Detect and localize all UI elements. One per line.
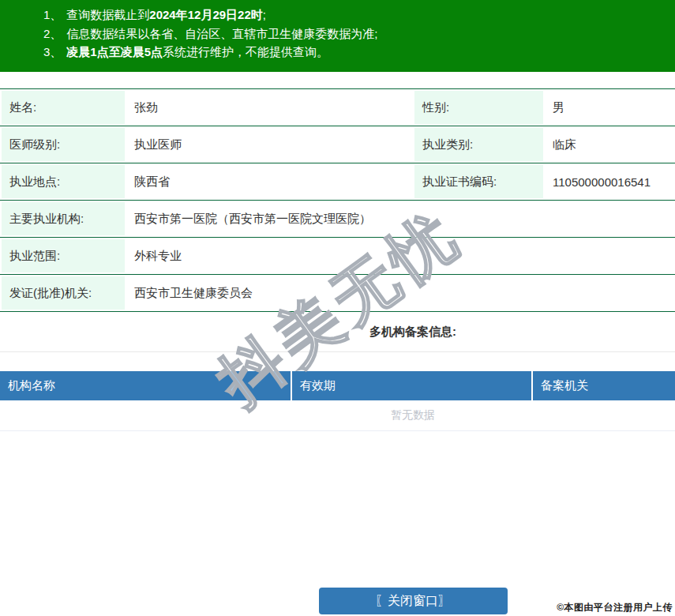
notice-banner: 1、查询数据截止到2024年12月29日22时; 2、信息数据结果以各省、自治区… [0,0,675,72]
notice-line-1: 1、查询数据截止到2024年12月29日22时; [43,6,675,24]
field-label-practice-location: 执业地点: [0,163,126,200]
field-label-main-organization: 主要执业机构: [0,201,126,237]
page: 1、查询数据截止到2024年12月29日22时; 2、信息数据结果以各省、自治区… [0,0,675,614]
notice-line-2: 2、信息数据结果以各省、自治区、直辖市卫生健康委数据为准; [43,24,675,43]
field-label-gender: 性别: [413,89,545,126]
table-row: 主要执业机构: 西安市第一医院（西安市第一医院文理医院） [0,201,675,238]
notice-line-number: 2、 [43,27,62,40]
field-value-issuing-authority: 西安市卫生健康委员会 [126,275,675,311]
field-value-main-organization: 西安市第一医院（西安市第一医院文理医院） [126,201,675,237]
field-value-certificate-number: 110500000016541 [545,163,675,200]
close-window-button[interactable]: 〖关闭窗口〗 [319,588,508,614]
field-label-practice-scope: 执业范围: [0,238,126,274]
notice-line-number: 1、 [43,8,62,21]
notice-line-number: 3、 [43,45,62,58]
field-value-practice-scope: 外科专业 [126,238,675,274]
table-row: 执业范围: 外科专业 [0,238,675,275]
field-label-doctor-level: 医师级别: [0,126,126,163]
field-value-practice-location: 陕西省 [126,163,413,200]
multi-org-table: 机构名称 有效期 备案机关 暂无数据 [0,371,675,431]
field-label-name: 姓名: [0,89,126,126]
field-label-practice-category: 执业类别: [413,126,545,163]
doctor-info-table: 姓名: 张劲 性别: 男 医师级别: 执业医师 执业类别: 临床 执业地点: 陕… [0,88,675,312]
field-label-issuing-authority: 发证(批准)机关: [0,275,126,311]
field-value-doctor-level: 执业医师 [126,126,413,163]
multi-org-table-header: 机构名称 有效期 备案机关 [0,371,675,400]
notice-line-3: 3、凌晨1点至凌晨5点系统进行维护，不能提供查询。 [43,43,675,62]
field-value-name: 张劲 [126,89,413,126]
column-header-validity-period: 有效期 [292,371,533,400]
field-label-certificate-number: 执业证书编码: [413,163,545,200]
field-value-practice-category: 临床 [545,126,675,163]
column-header-organization-name: 机构名称 [0,371,292,400]
column-header-filing-authority: 备案机关 [533,371,675,400]
multi-org-section-title: 多机构备案信息: [0,312,675,352]
table-row: 医师级别: 执业医师 执业类别: 临床 [0,126,675,163]
table-row: 执业地点: 陕西省 执业证书编码: 110500000016541 [0,163,675,201]
field-value-gender: 男 [545,89,675,126]
table-row: 发证(批准)机关: 西安市卫生健康委员会 [0,275,675,312]
empty-data-placeholder: 暂无数据 [0,400,675,431]
table-row: 姓名: 张劲 性别: 男 [0,89,675,126]
upload-credit-text: ©本图由平台注册用户上传 [557,601,673,614]
